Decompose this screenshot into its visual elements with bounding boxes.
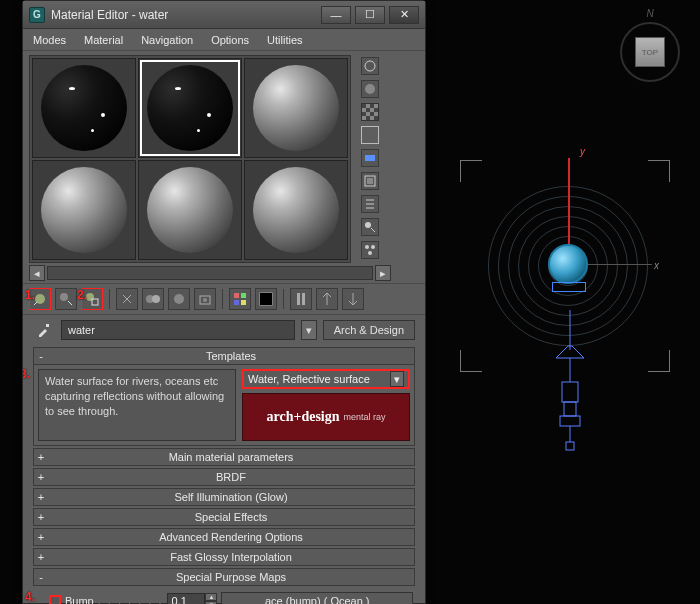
show-end-result-button[interactable] [290, 288, 312, 310]
svg-rect-19 [92, 299, 98, 305]
svg-rect-30 [260, 293, 272, 305]
annotation-4: 4. [25, 590, 35, 604]
water-surface-object[interactable] [548, 244, 588, 284]
bump-amount-input[interactable] [167, 593, 205, 604]
svg-point-15 [368, 251, 372, 255]
sample-side-toolbar [357, 55, 383, 263]
material-name-row: ▾ Arch & Design [23, 315, 425, 345]
menu-modes[interactable]: Modes [33, 34, 66, 46]
bump-checkbox[interactable] [49, 595, 61, 604]
get-material-button[interactable] [29, 288, 51, 310]
bump-dots: . . . . . . . [98, 595, 164, 604]
go-forward-sibling-button[interactable] [342, 288, 364, 310]
svg-rect-9 [365, 155, 375, 161]
assign-to-selection-button[interactable] [81, 288, 103, 310]
sample-hscroll: ◂ ▸ [23, 263, 425, 283]
background-checker-icon[interactable] [361, 103, 379, 121]
svg-point-7 [365, 61, 375, 71]
svg-rect-6 [566, 442, 574, 450]
menu-options[interactable]: Options [211, 34, 249, 46]
rollout-special-purpose-maps[interactable]: -Special Purpose Maps [33, 568, 415, 586]
menu-material[interactable]: Material [84, 34, 123, 46]
material-editor-window: G Material Editor - water — ☐ ✕ Modes Ma… [22, 0, 426, 604]
go-to-parent-button[interactable] [316, 288, 338, 310]
template-dropdown[interactable]: Water, Reflective surface ▾ [242, 369, 410, 389]
rollout-main-params[interactable]: +Main material parameters [33, 448, 415, 466]
sample-uv-tiling-icon[interactable] [361, 126, 379, 144]
options-icon[interactable] [361, 195, 379, 213]
backlight-icon[interactable] [361, 80, 379, 98]
material-id-button[interactable] [229, 288, 251, 310]
sample-slot-6[interactable] [244, 160, 348, 260]
bump-map-button[interactable]: ace (bump) ( Ocean ) [221, 592, 413, 604]
make-unique-button[interactable] [168, 288, 190, 310]
selection-bracket [552, 282, 586, 292]
svg-point-24 [203, 298, 207, 302]
close-button[interactable]: ✕ [389, 6, 419, 24]
material-name-input[interactable] [61, 320, 295, 340]
material-name-dropdown-icon[interactable]: ▾ [301, 320, 317, 340]
make-preview-icon[interactable] [361, 172, 379, 190]
svg-rect-31 [297, 293, 300, 305]
scroll-left-button[interactable]: ◂ [29, 265, 45, 281]
put-to-library-button[interactable] [194, 288, 216, 310]
svg-rect-32 [302, 293, 305, 305]
pick-material-eyedropper-icon[interactable] [33, 319, 55, 341]
svg-rect-2 [562, 382, 578, 402]
viewcube-face-top[interactable]: TOP [635, 37, 665, 67]
select-by-material-icon[interactable] [361, 218, 379, 236]
arch-design-banner: arch+design mental ray [242, 393, 410, 441]
sample-slots-grid [29, 55, 351, 263]
rollout-templates-header[interactable]: -Templates [33, 347, 415, 365]
svg-point-8 [365, 84, 375, 94]
rollout-brdf[interactable]: +BRDF [33, 468, 415, 486]
svg-rect-3 [564, 402, 576, 416]
sample-slot-4[interactable] [32, 160, 136, 260]
sample-slot-5[interactable] [138, 160, 242, 260]
show-in-viewport-button[interactable] [255, 288, 277, 310]
make-copy-button[interactable] [142, 288, 164, 310]
sample-slot-1[interactable] [32, 58, 136, 158]
chevron-down-icon: ▾ [390, 371, 404, 387]
svg-rect-25 [234, 293, 239, 298]
reset-map-button[interactable] [116, 288, 138, 310]
rollout-fast-glossy[interactable]: +Fast Glossy Interpolation [33, 548, 415, 566]
axis-y-label: y [580, 146, 585, 157]
material-toolbar: 1. 2. [23, 283, 425, 315]
annotation-3: 3. [23, 367, 30, 381]
minimize-button[interactable]: — [321, 6, 351, 24]
rollout-special-effects[interactable]: +Special Effects [33, 508, 415, 526]
axis-x-label: x [654, 260, 659, 271]
menu-utilities[interactable]: Utilities [267, 34, 302, 46]
sample-type-icon[interactable] [361, 57, 379, 75]
titlebar[interactable]: G Material Editor - water — ☐ ✕ [23, 1, 425, 29]
viewcube[interactable]: N TOP [620, 22, 680, 82]
sample-slot-2-selected[interactable] [138, 58, 242, 158]
svg-rect-4 [560, 416, 580, 426]
svg-point-22 [174, 294, 184, 304]
svg-point-14 [371, 245, 375, 249]
viewcube-north: N [646, 8, 653, 19]
spinner-up-icon[interactable]: ▲ [205, 593, 217, 601]
material-type-button[interactable]: Arch & Design [323, 320, 415, 340]
bump-label: Bump [65, 595, 94, 604]
rollout-advanced-rendering[interactable]: +Advanced Rendering Options [33, 528, 415, 546]
template-dropdown-value: Water, Reflective surface [248, 373, 370, 385]
menu-navigation[interactable]: Navigation [141, 34, 193, 46]
svg-point-12 [365, 222, 371, 228]
scroll-track[interactable] [47, 266, 373, 280]
rollout-panel[interactable]: -Templates Water surface for rivers, oce… [23, 345, 425, 604]
svg-rect-33 [46, 324, 49, 327]
svg-point-17 [60, 293, 68, 301]
video-color-check-icon[interactable] [361, 149, 379, 167]
template-description: Water surface for rivers, oceans etc cap… [38, 369, 236, 441]
bump-amount-spinner[interactable]: ▲▼ [167, 593, 217, 604]
maximize-button[interactable]: ☐ [355, 6, 385, 24]
put-to-scene-button[interactable] [55, 288, 77, 310]
sample-slot-3[interactable] [244, 58, 348, 158]
material-map-navigator-icon[interactable] [361, 241, 379, 259]
menubar: Modes Material Navigation Options Utilit… [23, 29, 425, 51]
light-rig-object[interactable] [550, 310, 590, 470]
rollout-self-illumination[interactable]: +Self Illumination (Glow) [33, 488, 415, 506]
scroll-right-button[interactable]: ▸ [375, 265, 391, 281]
